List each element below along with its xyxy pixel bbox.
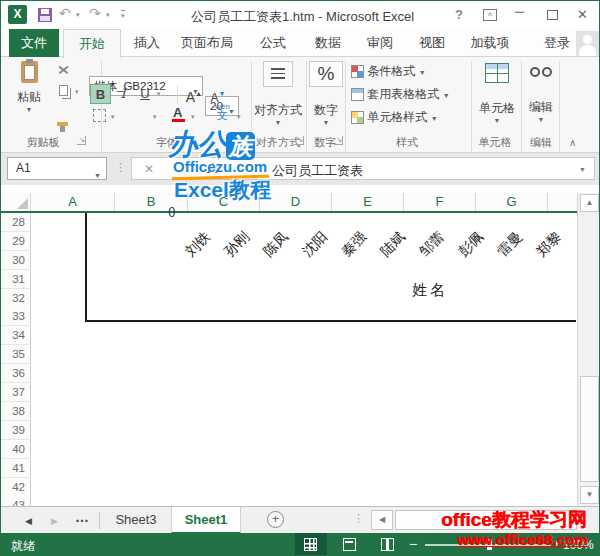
name-box[interactable]: A1 ▼ [7,157,107,180]
cut-icon[interactable] [57,63,70,76]
row-header-28[interactable]: 28 [1,213,31,232]
close-button[interactable]: ✕ [577,7,588,22]
paste-button[interactable]: 粘贴 ▼ [9,61,49,113]
tab-insert[interactable]: 插入 [125,29,169,57]
decrease-font-button[interactable]: A▼ [209,84,227,104]
sign-in-button[interactable]: 登录 [539,29,575,57]
scroll-down-icon[interactable]: ▼ [580,486,599,504]
sheet-canvas[interactable] [31,213,577,506]
sheet-tab-sheet1[interactable]: Sheet1 [171,507,241,534]
view-page-break-button[interactable] [373,533,403,556]
column-header-f[interactable]: F [404,193,476,211]
row-header-30[interactable]: 30 [1,251,31,270]
user-avatar[interactable] [576,31,599,56]
view-page-layout-button[interactable] [335,533,365,556]
underline-dropdown-icon[interactable]: ▾ [157,90,161,98]
vertical-scroll-thumb[interactable] [580,376,599,482]
tabstrip-grip-icon[interactable]: ⋮ [353,512,364,525]
row-header-41[interactable]: 41 [1,459,31,478]
number-button[interactable]: % 数字 ▼ [309,61,343,126]
format-painter-icon[interactable] [57,122,68,126]
collapse-ribbon-icon[interactable]: ∧ [569,137,576,148]
redo-dropdown-icon[interactable]: ▾ [106,11,110,19]
row-header-43[interactable]: 43 [1,496,31,506]
tab-home[interactable]: 开始 [63,29,121,58]
font-color-icon[interactable]: A [173,105,182,120]
alignment-button[interactable]: 对齐方式 ▼ [253,61,303,126]
column-header-a[interactable]: A [31,193,115,211]
number-dialog-launcher-icon[interactable]: ↘ [334,136,343,145]
formula-bar-grip-icon[interactable]: ⋮ [115,161,126,174]
horizontal-scroll-thumb[interactable] [395,510,577,530]
excel-app-icon[interactable]: X [8,5,27,24]
zoom-out-icon[interactable]: − [409,536,417,552]
sheet-nav-next-icon[interactable]: ▶ [51,516,58,526]
help-button[interactable]: ? [455,7,463,22]
alignment-dialog-launcher-icon[interactable]: ↘ [295,136,304,145]
cancel-formula-icon[interactable]: ✕ [144,162,154,176]
phonetic-guide-icon[interactable]: wén 文 [215,103,230,119]
select-all-corner[interactable] [1,193,31,211]
column-header-b[interactable]: B [115,193,188,211]
vertical-scrollbar[interactable]: ▲ ▼ [577,193,600,506]
minimize-button[interactable]: ─ [515,4,524,19]
scroll-up-icon[interactable]: ▲ [580,194,599,212]
new-sheet-icon[interactable]: + [267,511,284,528]
row-header-33[interactable]: 33 [1,307,31,326]
column-header-e[interactable]: E [332,193,404,211]
column-header-d[interactable]: D [260,193,332,211]
zoom-in-icon[interactable]: + [553,536,561,551]
tab-data[interactable]: 数据 [305,29,351,57]
row-header-42[interactable]: 42 [1,478,31,497]
row-header-37[interactable]: 37 [1,383,31,402]
format-as-table-button[interactable]: 套用表格格式 ▼ [351,86,450,103]
row-header-38[interactable]: 38 [1,402,31,421]
tab-formulas[interactable]: 公式 [249,29,297,57]
cells-button[interactable]: 单元格 ▼ [475,61,519,124]
row-header-34[interactable]: 34 [1,326,31,345]
enter-formula-icon[interactable]: ✓ [176,162,186,176]
formula-input-strip[interactable]: ✕ ✓ fx 公司员工工资表 ▼ [131,157,595,180]
underline-button[interactable]: U [137,84,153,104]
row-header-29[interactable]: 29 [1,232,31,251]
italic-button[interactable]: I [115,84,131,104]
row-header-36[interactable]: 36 [1,364,31,383]
row-header-32[interactable]: 32 [1,289,31,308]
column-header-g[interactable]: G [476,193,548,211]
expand-formula-bar-icon[interactable]: ▼ [579,166,586,173]
increase-font-button[interactable]: A▲ [185,84,203,104]
undo-icon[interactable]: ↶ [59,5,71,21]
tab-page-layout[interactable]: 页面布局 [171,29,243,57]
tab-review[interactable]: 审阅 [357,29,403,57]
copy-dropdown-icon[interactable]: ▾ [75,88,79,96]
tab-file[interactable]: 文件 [9,29,59,57]
font-dialog-launcher-icon[interactable]: ↘ [237,136,246,145]
copy-icon[interactable] [59,85,68,96]
ribbon-display-options-icon[interactable]: ˄ [483,9,497,21]
sheet-nav-more[interactable]: … [75,509,89,525]
bold-button[interactable]: B [90,84,111,104]
column-header-partial[interactable] [548,193,577,211]
phonetic-dropdown-icon[interactable]: ▾ [237,113,241,121]
view-normal-button[interactable] [295,533,327,556]
row-header-31[interactable]: 31 [1,270,31,289]
column-header-c[interactable]: C [188,193,260,211]
insert-function-icon[interactable]: fx [206,161,218,176]
row-header-39[interactable]: 39 [1,421,31,440]
zoom-level[interactable]: 100% [563,538,594,552]
sheet-nav-prev-icon[interactable]: ◀ [25,516,32,526]
scroll-left-icon[interactable]: ◀ [371,510,393,530]
redo-icon[interactable]: ↷ [89,5,101,21]
tab-view[interactable]: 视图 [409,29,455,57]
save-icon[interactable] [38,8,52,22]
cell-styles-button[interactable]: 单元格样式 ▼ [351,109,438,126]
sheet-tab-sheet3[interactable]: Sheet3 [101,507,171,534]
maximize-button[interactable] [547,10,558,20]
borders-dropdown-icon[interactable]: ▾ [111,113,115,121]
font-color-dropdown-icon[interactable]: ▾ [191,113,195,121]
tab-addins[interactable]: 加载项 [461,29,519,57]
fill-color-dropdown-icon[interactable]: ▾ [153,113,157,121]
conditional-formatting-button[interactable]: 条件格式 ▼ [351,63,426,80]
row-header-35[interactable]: 35 [1,345,31,364]
borders-icon[interactable] [93,109,106,122]
